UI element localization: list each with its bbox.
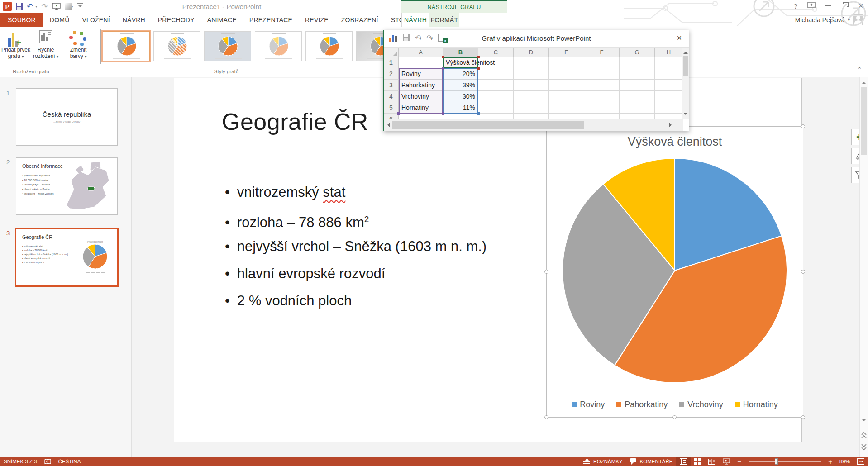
cell-D1[interactable]	[514, 57, 549, 68]
zoom-out-button[interactable]: −	[734, 457, 745, 466]
cell-G5[interactable]	[620, 102, 655, 114]
cell-A6[interactable]	[399, 114, 443, 119]
cell-A2[interactable]: Roviny	[399, 68, 443, 80]
excel-horizontal-scrollbar[interactable]	[384, 119, 683, 131]
cell-E1[interactable]	[549, 57, 584, 68]
cell-H4[interactable]	[655, 91, 683, 102]
cell-C3[interactable]	[478, 80, 514, 91]
scroll-down-icon[interactable]	[862, 419, 866, 423]
column-header-A[interactable]: A	[399, 48, 443, 57]
spellcheck-status[interactable]	[41, 457, 55, 466]
cell-C6[interactable]	[478, 114, 514, 119]
zoom-level[interactable]: 89%	[836, 457, 854, 466]
scroll-up-icon[interactable]	[862, 80, 866, 84]
slide-thumbnail-2[interactable]: Obecné informace parlamentní republika10…	[16, 157, 118, 215]
zoom-slider[interactable]	[749, 461, 821, 462]
chart-legend[interactable]: RovinyPahorkatinyVrchovinyHornatiny	[547, 400, 803, 409]
cell-G4[interactable]	[620, 91, 655, 102]
column-header-G[interactable]: G	[620, 48, 655, 57]
ribbon-tab-revize[interactable]: REVIZE	[299, 13, 335, 27]
row-header-2[interactable]: 2	[384, 68, 399, 80]
zoom-slider-thumb[interactable]	[775, 458, 778, 465]
ribbon-tab-domů[interactable]: DOMŮ	[43, 13, 76, 27]
resize-handle-ne[interactable]	[801, 124, 805, 128]
cell-H6[interactable]	[655, 114, 683, 119]
cell-B4[interactable]: 30%	[443, 91, 478, 102]
legend-item-pahorkatiny[interactable]: Pahorkatiny	[616, 400, 668, 409]
row-header-3[interactable]: 3	[384, 80, 399, 91]
cell-H3[interactable]	[655, 80, 683, 91]
cell-C5[interactable]	[478, 102, 514, 114]
resize-handle-w[interactable]	[544, 270, 548, 274]
add-chart-element-button[interactable]: + Přidat prvek grafu ▾	[1, 29, 31, 67]
cell-B6[interactable]	[443, 114, 478, 119]
legend-item-hornatiny[interactable]: Hornatiny	[735, 400, 778, 409]
ribbon-tab-animace[interactable]: ANIMACE	[201, 13, 243, 27]
cell-C2[interactable]	[478, 68, 514, 80]
scrollbar-thumb[interactable]	[861, 87, 867, 155]
cell-E6[interactable]	[549, 114, 584, 119]
view-sorter-button[interactable]	[691, 457, 705, 466]
row-header-5[interactable]: 5	[384, 102, 399, 114]
cell-F5[interactable]	[584, 102, 620, 114]
slide-thumbnail-3-selected[interactable]: Geografie ČR vnitrozemský statrozloha – …	[15, 228, 119, 287]
cell-F2[interactable]	[584, 68, 620, 80]
excel-vscroll-thumb[interactable]	[683, 56, 688, 76]
excel-hscroll-thumb[interactable]	[392, 121, 584, 129]
undo-icon[interactable]: ↶	[27, 3, 33, 10]
cell-D2[interactable]	[514, 68, 549, 80]
select-all-cell[interactable]	[384, 48, 399, 57]
comments-toggle[interactable]: KOMENTÁŘE	[626, 457, 677, 466]
cell-B3[interactable]: 39%	[443, 80, 478, 91]
ribbon-tab-návrh[interactable]: NÁVRH	[116, 13, 152, 27]
previous-slide-button[interactable]	[861, 431, 867, 440]
legend-item-vrchoviny[interactable]: Vrchoviny	[679, 400, 723, 409]
ribbon-tab-soubor[interactable]: SOUBOR	[0, 13, 43, 27]
chart-style-5[interactable]	[305, 31, 353, 61]
cell-A3[interactable]: Pahorkatiny	[399, 80, 443, 91]
ribbon-tab-vložení[interactable]: VLOŽENÍ	[76, 13, 116, 27]
column-header-F[interactable]: F	[584, 48, 620, 57]
column-header-C[interactable]: C	[478, 48, 514, 57]
column-header-H[interactable]: H	[655, 48, 683, 57]
cell-E2[interactable]	[549, 68, 584, 80]
cell-F4[interactable]	[584, 91, 620, 102]
swatch-dropdown-icon[interactable]: ▾	[72, 5, 73, 9]
cell-B5[interactable]: 11%	[443, 102, 478, 114]
redo-icon[interactable]: ↷	[41, 3, 48, 10]
excel-data-window[interactable]: ↶▾ ↷▾ Graf v aplikaci Microsoft PowerPoi…	[383, 30, 689, 131]
cell-D4[interactable]	[514, 91, 549, 102]
powerpoint-app-icon[interactable]: P	[3, 2, 12, 11]
column-header-B[interactable]: B	[443, 48, 478, 57]
ribbon-tab-zobrazení[interactable]: ZOBRAZENÍ	[335, 13, 385, 27]
excel-vertical-scrollbar[interactable]	[682, 48, 689, 119]
cell-F3[interactable]	[584, 80, 620, 91]
cell-H1[interactable]	[655, 57, 683, 68]
cell-B1[interactable]: Výšková členitost	[443, 57, 478, 68]
next-slide-button[interactable]	[861, 442, 867, 452]
column-header-E[interactable]: E	[549, 48, 584, 57]
view-slideshow-button[interactable]	[719, 457, 734, 466]
slide-thumbnail-1[interactable]: Česká republika ...země v srdci Evropy	[16, 88, 118, 146]
close-icon[interactable]: ×	[856, 2, 865, 10]
undo-dropdown-icon[interactable]: ▾	[35, 5, 37, 9]
cell-H2[interactable]	[655, 68, 683, 80]
column-header-D[interactable]: D	[514, 48, 549, 57]
resize-handle-e[interactable]	[801, 270, 805, 274]
ribbon-tab-formát[interactable]: FORMÁT	[429, 13, 459, 27]
zoom-in-button[interactable]: +	[825, 457, 836, 466]
cell-A4[interactable]: Vrchoviny	[399, 91, 443, 102]
excel-close-icon[interactable]: ×	[674, 33, 684, 43]
view-normal-button[interactable]	[676, 457, 691, 466]
cell-E4[interactable]	[549, 91, 584, 102]
resize-handle-sw[interactable]	[544, 415, 548, 419]
cell-C4[interactable]	[478, 91, 514, 102]
chart-style-1[interactable]	[103, 31, 150, 61]
cell-G6[interactable]	[620, 114, 655, 119]
cell-G1[interactable]	[620, 57, 655, 68]
cell-G2[interactable]	[620, 68, 655, 80]
language-status[interactable]: ČEŠTINA	[55, 457, 85, 466]
chart-style-4[interactable]	[255, 31, 302, 61]
customize-qat-icon[interactable]	[77, 3, 83, 10]
ribbon-tab-přechody[interactable]: PŘECHODY	[152, 13, 201, 27]
